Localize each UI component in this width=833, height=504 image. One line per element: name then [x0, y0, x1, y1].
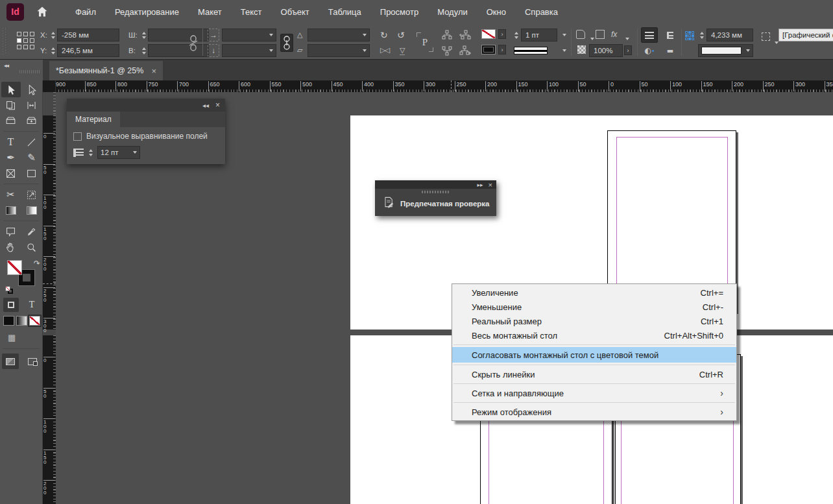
y-stepper[interactable] [49, 44, 56, 57]
select-next-object-icon[interactable] [458, 44, 472, 57]
optical-margin-checkbox[interactable] [73, 132, 82, 141]
x-field[interactable]: -258 мм [57, 29, 119, 42]
panel-expand-icon[interactable]: ▸▸ [477, 182, 483, 188]
menu-item[interactable]: Файл [75, 7, 96, 17]
reference-point-proxy[interactable] [17, 32, 34, 49]
corner-shape-icon[interactable] [596, 30, 605, 39]
zoom-tool[interactable] [22, 239, 42, 255]
text-wrap-bounding-box-button[interactable] [662, 27, 679, 43]
context-menu-item[interactable]: УменьшениеCtrl+- [452, 300, 736, 314]
stroke-style-swatch[interactable] [514, 47, 548, 54]
opacity-field[interactable]: 100% [589, 44, 623, 57]
corner-options-icon[interactable] [576, 30, 585, 39]
text-wrap-none-button[interactable] [641, 27, 658, 43]
tab-material[interactable]: Материал [67, 112, 120, 127]
context-menu-item[interactable]: Реальный размерCtrl+1 [452, 314, 736, 328]
line-tool[interactable] [22, 134, 42, 150]
collapse-dock-icon[interactable]: ◂◂ [4, 62, 8, 69]
fill-swatch[interactable] [7, 260, 22, 275]
flip-horizontal-icon[interactable]: ▷◁ [380, 46, 389, 54]
size-combo[interactable]: 12 пт [97, 146, 140, 159]
context-menu-item[interactable]: Согласовать монтажный стол с цветовой те… [452, 347, 736, 363]
context-menu-item[interactable]: УвеличениеCtrl+= [452, 285, 736, 300]
pencil-tool[interactable]: ✎ [22, 150, 42, 165]
normal-view-mode-button[interactable] [2, 354, 19, 369]
type-tool[interactable]: T [1, 134, 21, 150]
size-stepper[interactable] [87, 146, 94, 159]
default-fill-stroke-icon[interactable] [5, 286, 13, 294]
y-field[interactable]: 246,5 мм [57, 44, 119, 57]
scale-y-icon[interactable]: ↓ [208, 44, 219, 57]
home-icon[interactable] [35, 5, 49, 19]
shear-angle-combo[interactable] [308, 44, 370, 57]
object-styles-icon[interactable] [762, 32, 770, 41]
x-stepper[interactable] [49, 29, 56, 42]
free-transform-tool[interactable] [22, 187, 42, 202]
offset-stepper[interactable] [698, 29, 705, 42]
apply-none-button[interactable] [29, 316, 40, 326]
gradient-feather-tool[interactable] [22, 202, 42, 218]
pen-tool[interactable]: ✒ [1, 150, 21, 165]
panel-grip[interactable] [2, 28, 7, 55]
fill-options-button[interactable]: › [498, 29, 506, 39]
ruler-corner[interactable] [43, 80, 56, 92]
apply-color-button[interactable] [3, 316, 14, 326]
scale-x-icon[interactable]: → [208, 29, 219, 42]
preview-mode-button[interactable] [24, 354, 41, 369]
preflight-panel-header[interactable]: ▸▸ × [375, 180, 496, 189]
constrain-proportions-button[interactable] [280, 34, 293, 52]
gap-tool[interactable] [22, 97, 42, 113]
wrap-options-button[interactable]: ▬ [662, 43, 679, 58]
stroke-weight-field[interactable]: 1 пт [521, 29, 557, 42]
apply-gradient-button[interactable] [16, 316, 27, 326]
menu-item[interactable]: Окно [487, 7, 506, 17]
dock-grip[interactable] [19, 70, 40, 73]
rotate-ccw-icon[interactable]: ↺ [397, 30, 405, 40]
swap-fill-stroke-icon[interactable]: ↷ [34, 259, 40, 268]
scale-y-combo[interactable] [222, 44, 276, 57]
stroke-options-button[interactable]: › [498, 45, 506, 54]
horizontal-ruler[interactable]: 9008508007507006506005505004504003503002… [43, 80, 833, 92]
context-menu-item[interactable]: Весь монтажный столCtrl+Alt+Shift+0 [452, 328, 736, 342]
height-field[interactable] [148, 44, 209, 57]
scissors-tool[interactable]: ✂ [1, 187, 21, 202]
rotate-cw-icon[interactable]: ↻ [380, 30, 388, 40]
vertical-ruler[interactable]: 050100150200250300050100150200 [43, 92, 56, 504]
panel-collapse-icon[interactable]: ◂◂ [202, 102, 209, 109]
context-menu-item[interactable]: Режим отображения› [452, 405, 736, 419]
cell-view-icon[interactable]: ▦ [8, 333, 16, 342]
width-field[interactable] [148, 29, 209, 42]
menu-item[interactable]: Модули [437, 7, 468, 17]
scale-x-combo[interactable] [222, 29, 276, 42]
drop-shadow-button[interactable]: ◐• [641, 43, 658, 58]
broken-chain-icon[interactable] [188, 35, 199, 53]
selection-tool[interactable] [1, 82, 21, 97]
menu-item[interactable]: Таблица [328, 7, 361, 17]
fill-color-swatch[interactable] [481, 29, 496, 39]
stroke-style-caret[interactable] [559, 44, 570, 57]
frame-tool[interactable] [1, 165, 21, 181]
content-collector-tool[interactable] [1, 113, 21, 128]
effects-caret[interactable] [622, 32, 633, 45]
flip-vertical-icon[interactable]: ▽ [400, 46, 405, 55]
select-content-icon[interactable] [440, 44, 454, 57]
material-panel-header[interactable]: ◂◂ × [67, 99, 225, 112]
panel-close-icon[interactable]: × [215, 101, 220, 110]
page-tool[interactable] [1, 97, 21, 113]
formatting-affects-text-button[interactable]: T [24, 298, 40, 312]
select-container-icon[interactable] [440, 29, 454, 42]
menu-item[interactable]: Редактирование [115, 7, 179, 17]
context-menu-item[interactable]: Сетка и направляющие› [452, 386, 736, 400]
swatch-combo[interactable] [698, 44, 753, 57]
hand-tool[interactable] [1, 239, 21, 255]
height-stepper[interactable] [140, 44, 147, 57]
width-stepper[interactable] [140, 29, 147, 42]
menu-item[interactable]: Макет [198, 7, 222, 17]
stroke-weight-caret[interactable] [559, 29, 570, 42]
menu-item[interactable]: Объект [281, 7, 309, 17]
panel-close-icon[interactable]: × [489, 181, 492, 189]
tab-close-icon[interactable]: × [151, 66, 156, 76]
opacity-options-button[interactable]: › [624, 45, 632, 55]
note-tool[interactable] [1, 224, 21, 239]
menu-item[interactable]: Справка [525, 7, 558, 17]
